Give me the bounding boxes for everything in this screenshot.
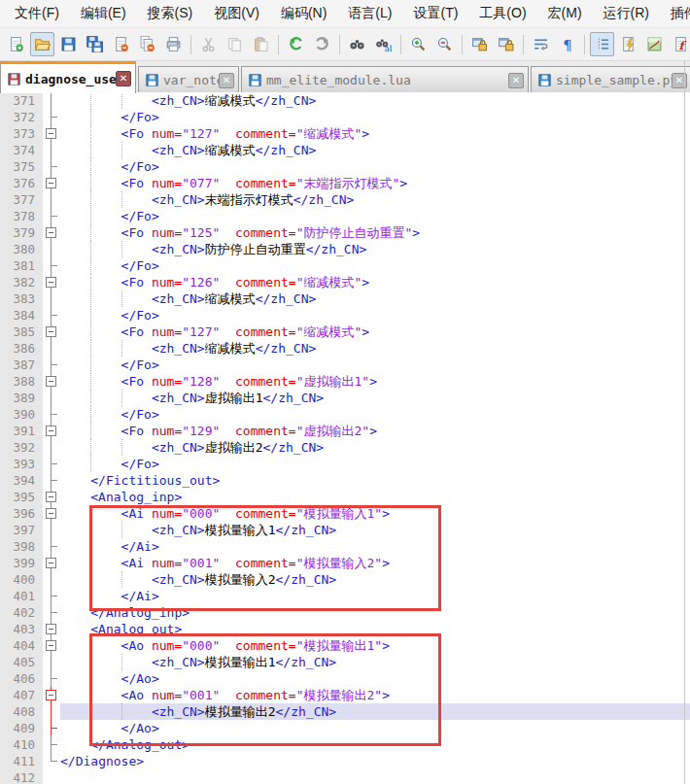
define-language-icon[interactable]: [616, 32, 640, 56]
word-wrap-icon[interactable]: [529, 32, 553, 56]
menu-item-edit[interactable]: 编辑(E): [70, 1, 137, 26]
code-text[interactable]: <zh_CN>模拟量输入1</zh_CN>: [60, 522, 690, 538]
code-line[interactable]: 392<zh_CN>虚拟输出2</zh_CN>: [0, 439, 690, 456]
code-line[interactable]: 382<Fo num="126" comment="缩减模式">: [0, 274, 690, 290]
menu-item-language[interactable]: 语言(L): [337, 1, 402, 26]
code-text[interactable]: </Fo>: [60, 208, 690, 224]
code-line[interactable]: 396<Ai num="000" comment="模拟量输入1">: [0, 505, 690, 522]
code-text[interactable]: <zh_CN>模拟量输出1</zh_CN>: [60, 654, 690, 670]
code-line[interactable]: 384</Fo>: [0, 307, 690, 324]
code-text[interactable]: </Fo>: [60, 257, 690, 274]
code-line[interactable]: 395<Analog_inp>: [0, 489, 690, 505]
code-line[interactable]: 398</Ai>: [0, 538, 690, 555]
find-icon[interactable]: [345, 32, 369, 56]
code-line[interactable]: 412: [0, 769, 690, 784]
code-line[interactable]: 372</Fo>: [0, 109, 690, 125]
fold-marker[interactable]: [43, 224, 60, 241]
fold-marker[interactable]: [43, 373, 60, 390]
code-line[interactable]: 411</Diagnose>: [0, 753, 690, 769]
code-text[interactable]: </Fo>: [60, 109, 690, 125]
code-line[interactable]: 387</Fo>: [0, 357, 690, 373]
menu-item-file[interactable]: 文件(F): [4, 1, 70, 26]
code-text[interactable]: <Analog_out>: [60, 621, 690, 637]
code-line[interactable]: 388<Fo num="128" comment="虚拟输出1">: [0, 373, 690, 390]
fold-marker[interactable]: [43, 505, 60, 522]
code-line[interactable]: 391<Fo num="129" comment="虚拟输出2">: [0, 423, 690, 439]
close-all-icon[interactable]: [135, 32, 159, 56]
code-line[interactable]: 380<zh_CN>防护停止自动重置</zh_CN>: [0, 241, 690, 257]
fold-marker[interactable]: [43, 423, 60, 439]
code-text[interactable]: <zh_CN>缩减模式</zh_CN>: [60, 340, 690, 357]
code-text[interactable]: </Diagnose>: [60, 753, 690, 769]
tab-mm_elite_module-lua[interactable]: mm_elite_module.lua✕: [241, 66, 529, 93]
new-file-icon[interactable]: [4, 32, 28, 56]
fold-marker[interactable]: [43, 324, 60, 340]
code-text[interactable]: <Fo num="127" comment="缩减模式">: [60, 324, 690, 340]
menu-item-macro[interactable]: 宏(M): [537, 1, 593, 26]
close-file-icon[interactable]: [109, 32, 133, 56]
code-text[interactable]: <zh_CN>虚拟输出2</zh_CN>: [60, 439, 690, 456]
code-text[interactable]: </Ao>: [60, 670, 690, 687]
code-line[interactable]: 383<zh_CN>缩减模式</zh_CN>: [0, 290, 690, 307]
close-icon[interactable]: ✕: [508, 73, 524, 88]
close-icon[interactable]: ✕: [116, 71, 131, 86]
redo-icon[interactable]: [310, 32, 334, 56]
menu-item-plugins[interactable]: 插件(P): [660, 1, 690, 26]
code-line[interactable]: 371<zh_CN>缩减模式</zh_CN>: [0, 92, 690, 109]
code-line[interactable]: 406</Ao>: [0, 670, 690, 687]
save-icon[interactable]: [56, 32, 81, 56]
tab-diagnose_user-xml[interactable]: diagnose_user.xml✕: [0, 61, 136, 93]
code-line[interactable]: 386<zh_CN>缩减模式</zh_CN>: [0, 340, 690, 357]
code-line[interactable]: 378</Fo>: [0, 208, 690, 224]
code-text[interactable]: <zh_CN>缩减模式</zh_CN>: [60, 290, 690, 307]
code-line[interactable]: 394</Fictitious_out>: [0, 472, 690, 489]
code-line[interactable]: 377<zh_CN>末端指示灯模式</zh_CN>: [0, 191, 690, 208]
open-file-icon[interactable]: [30, 32, 54, 56]
zoom-out-icon[interactable]: [432, 32, 457, 56]
code-line[interactable]: 373<Fo num="127" comment="缩减模式">: [0, 125, 690, 142]
menu-item-settings[interactable]: 设置(T): [402, 1, 468, 26]
code-text[interactable]: <zh_CN>末端指示灯模式</zh_CN>: [60, 191, 690, 208]
code-text[interactable]: <Fo num="127" comment="缩减模式">: [60, 125, 690, 142]
fold-marker[interactable]: [43, 175, 60, 191]
code-line[interactable]: 405<zh_CN>模拟量输出1</zh_CN>: [0, 654, 690, 670]
code-text[interactable]: <zh_CN>虚拟输出1</zh_CN>: [60, 390, 690, 406]
fold-marker[interactable]: [43, 687, 60, 703]
code-text[interactable]: <zh_CN>模拟量输入2</zh_CN>: [60, 571, 690, 588]
code-text[interactable]: <zh_CN>缩减模式</zh_CN>: [60, 92, 690, 109]
code-line[interactable]: 390</Fo>: [0, 406, 690, 423]
code-text[interactable]: [60, 769, 690, 784]
code-text[interactable]: </Fictitious_out>: [60, 472, 690, 489]
menu-item-search[interactable]: 搜索(S): [137, 1, 204, 26]
code-text[interactable]: <Fo num="125" comment="防护停止自动重置">: [60, 224, 690, 241]
code-line[interactable]: 399<Ai num="001" comment="模拟量输入2">: [0, 555, 690, 571]
code-text[interactable]: </Fo>: [60, 307, 690, 324]
fold-marker[interactable]: [43, 637, 60, 654]
fold-marker[interactable]: [43, 555, 60, 571]
code-line[interactable]: 389<zh_CN>虚拟输出1</zh_CN>: [0, 390, 690, 406]
code-line[interactable]: 385<Fo num="127" comment="缩减模式">: [0, 324, 690, 340]
code-line[interactable]: 410</Analog_out>: [0, 736, 690, 753]
show-indent-guide-icon[interactable]: [590, 32, 614, 56]
fold-marker[interactable]: [43, 274, 60, 290]
code-line[interactable]: 408<zh_CN>模拟量输出2</zh_CN>: [0, 703, 690, 720]
fold-marker[interactable]: [43, 125, 60, 142]
tab-var_note-xml[interactable]: var_note.xml✕: [138, 66, 239, 93]
code-text[interactable]: <Ai num="000" comment="模拟量输入1">: [60, 505, 690, 522]
code-text[interactable]: </Ao>: [60, 720, 690, 736]
code-text[interactable]: <zh_CN>缩减模式</zh_CN>: [60, 142, 690, 158]
show-all-characters-icon[interactable]: ¶: [555, 32, 579, 56]
code-text[interactable]: <Ai num="001" comment="模拟量输入2">: [60, 555, 690, 571]
code-line[interactable]: 401</Ai>: [0, 588, 690, 604]
fold-marker[interactable]: [43, 621, 60, 637]
code-text[interactable]: </Analog_out>: [60, 736, 690, 753]
code-line[interactable]: 376<Fo num="077" comment="末端指示灯模式">: [0, 175, 690, 191]
code-line[interactable]: 381</Fo>: [0, 257, 690, 274]
document-map-icon[interactable]: [642, 32, 667, 56]
replace-icon[interactable]: ab: [371, 32, 396, 56]
undo-icon[interactable]: [284, 32, 308, 56]
code-text[interactable]: <Fo num="077" comment="末端指示灯模式">: [60, 175, 690, 191]
code-text[interactable]: </Ai>: [60, 588, 690, 604]
code-line[interactable]: 407<Ao num="001" comment="模拟量输出2">: [0, 687, 690, 703]
code-line[interactable]: 374<zh_CN>缩减模式</zh_CN>: [0, 142, 690, 158]
